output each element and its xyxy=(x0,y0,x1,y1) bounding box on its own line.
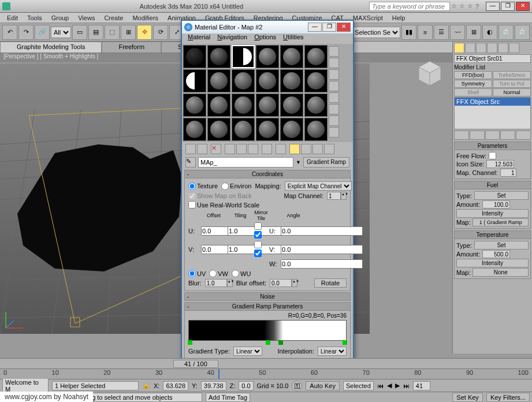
track-bar[interactable]: 0102030405060708090100 xyxy=(0,368,532,379)
parameters-rollout-header[interactable]: Parameters xyxy=(454,142,531,150)
me-minimize-button[interactable]: — xyxy=(308,23,322,32)
coordinates-rollout-header[interactable]: Coordinates xyxy=(184,170,351,178)
remove-modifier-button[interactable] xyxy=(500,131,515,140)
sample-slot[interactable] xyxy=(256,94,279,117)
set-key-button[interactable] xyxy=(292,381,302,391)
current-frame-field[interactable]: 41 xyxy=(413,381,430,390)
temp-intensity-button[interactable]: Intensity xyxy=(456,259,529,267)
fuel-amount-spinner[interactable] xyxy=(482,200,510,209)
select-rect-button[interactable]: ⬚ xyxy=(105,25,120,40)
blur-spinner[interactable] xyxy=(205,279,227,287)
configure-sets-button[interactable] xyxy=(516,131,531,140)
lock-icon[interactable]: 🔒 xyxy=(142,382,150,389)
help-icon[interactable]: ? xyxy=(475,3,479,10)
me-menu-utilities[interactable]: Utilities xyxy=(280,34,307,44)
sample-slot[interactable] xyxy=(304,69,328,92)
move-button[interactable]: ✥ xyxy=(137,25,152,40)
window-crossing-button[interactable]: ⊞ xyxy=(121,25,136,40)
mapping-select[interactable]: Explicit Map Channel xyxy=(285,181,352,191)
create-panel-icon[interactable] xyxy=(454,43,464,53)
me-menu-navigation[interactable]: Navigation xyxy=(214,34,251,44)
sample-slot[interactable] xyxy=(256,118,279,141)
show-end-result-button[interactable] xyxy=(470,131,485,140)
me-menu-material[interactable]: Material xyxy=(184,34,214,44)
menu-group[interactable]: Group xyxy=(47,14,74,21)
x-coord-field[interactable]: 63.628 xyxy=(163,381,188,390)
pin-stack-button[interactable] xyxy=(454,131,469,140)
select-by-material-button[interactable] xyxy=(329,127,339,137)
sample-slot[interactable] xyxy=(183,45,206,68)
symmetry-button[interactable]: Symmetry xyxy=(454,80,492,88)
turbosmooth-button[interactable]: TurboSmoo xyxy=(493,71,531,79)
put-to-library-button[interactable] xyxy=(262,144,272,154)
turntopoly-button[interactable]: Turn to Pol xyxy=(493,80,531,88)
maximize-button[interactable]: ❐ xyxy=(501,2,515,11)
curve-editor-button[interactable]: 〰 xyxy=(450,25,465,40)
options-button[interactable] xyxy=(329,116,339,126)
sample-slot[interactable] xyxy=(304,94,328,117)
sample-slot[interactable] xyxy=(183,118,206,141)
schematic-button[interactable]: ⊞ xyxy=(466,25,481,40)
uv-radio[interactable] xyxy=(188,270,196,277)
object-name-field[interactable]: FFX Object Src01 xyxy=(454,54,531,63)
assign-to-selection-button[interactable]: ✕ xyxy=(211,144,221,154)
bluroffset-spinner[interactable] xyxy=(270,279,292,287)
sample-slot-selected[interactable] xyxy=(232,45,255,68)
star-icon[interactable]: ☆ xyxy=(451,2,457,10)
make-preview-button[interactable] xyxy=(329,104,339,114)
sample-slot[interactable] xyxy=(304,45,328,68)
sample-slot[interactable] xyxy=(232,94,255,117)
sample-slot[interactable] xyxy=(232,118,255,141)
freeflow-checkbox[interactable] xyxy=(489,152,496,159)
mirror-button[interactable]: ▮▮ xyxy=(401,25,416,40)
go-parent-button[interactable] xyxy=(312,144,323,154)
select-object-button[interactable]: ▭ xyxy=(72,25,87,40)
vw-radio[interactable] xyxy=(209,270,217,277)
shell-button[interactable]: Shell xyxy=(454,88,492,96)
render-setup-button[interactable]: 🍵 xyxy=(498,25,514,40)
sample-slot[interactable] xyxy=(280,69,303,92)
gradient-ramp-rollout-header[interactable]: Gradient Ramp Parameters xyxy=(184,302,351,311)
material-editor-titlebar[interactable]: Material Editor - Map #2 — ❐ ✕ xyxy=(182,21,353,34)
fuel-rollout-header[interactable]: Fuel xyxy=(454,181,531,189)
temp-type-set-button[interactable]: Set xyxy=(474,241,529,250)
mapchannel-spinner[interactable] xyxy=(500,169,516,177)
rotate-button[interactable]: ⟳ xyxy=(153,25,168,40)
gradient-marker-selected[interactable] xyxy=(278,340,283,345)
menu-create[interactable]: Create xyxy=(99,14,128,21)
me-close-button[interactable]: ✕ xyxy=(337,23,351,32)
modifier-stack[interactable]: FFX Object Src xyxy=(454,97,531,129)
tab-graphite[interactable]: Graphite Modeling Tools xyxy=(0,42,102,53)
sample-slot[interactable] xyxy=(183,69,206,92)
v-angle-spinner[interactable] xyxy=(281,245,363,254)
sample-slot[interactable] xyxy=(183,94,206,117)
v-tile-checkbox[interactable] xyxy=(254,250,262,257)
me-maximize-button[interactable]: ❐ xyxy=(322,23,336,32)
map-name-field[interactable] xyxy=(198,157,293,168)
render-button[interactable]: 🍵 xyxy=(515,25,530,40)
me-menu-options[interactable]: Options xyxy=(251,34,280,44)
sample-slot[interactable] xyxy=(207,94,230,117)
sample-slot[interactable] xyxy=(280,118,303,141)
u-angle-spinner[interactable] xyxy=(281,226,363,236)
selection-filter[interactable]: All xyxy=(51,27,71,38)
sample-type-button[interactable] xyxy=(329,46,339,57)
normal-button[interactable]: Normal xyxy=(493,88,531,96)
z-coord-field[interactable]: 0.0 xyxy=(239,381,253,390)
temp-map-button[interactable]: None xyxy=(473,268,529,277)
temperature-rollout-header[interactable]: Temperature xyxy=(454,230,531,239)
ffd-button[interactable]: FFD(box) xyxy=(454,71,492,79)
add-time-tag[interactable]: Add Time Tag xyxy=(206,393,250,402)
make-copy-button[interactable] xyxy=(236,144,247,154)
u-mirror-checkbox[interactable] xyxy=(254,222,262,230)
get-material-button[interactable] xyxy=(185,144,196,154)
utility-panel-icon[interactable] xyxy=(509,43,519,53)
stack-item[interactable]: FFX Object Src xyxy=(455,98,530,106)
y-coord-field[interactable]: 39.738 xyxy=(201,381,226,390)
sample-slot[interactable] xyxy=(280,94,303,117)
gradient-marker[interactable] xyxy=(266,340,270,345)
make-unique-button[interactable] xyxy=(248,144,258,154)
menu-modifiers[interactable]: Modifiers xyxy=(128,14,163,21)
sample-slot[interactable] xyxy=(280,45,303,68)
material-id-button[interactable] xyxy=(276,144,286,154)
